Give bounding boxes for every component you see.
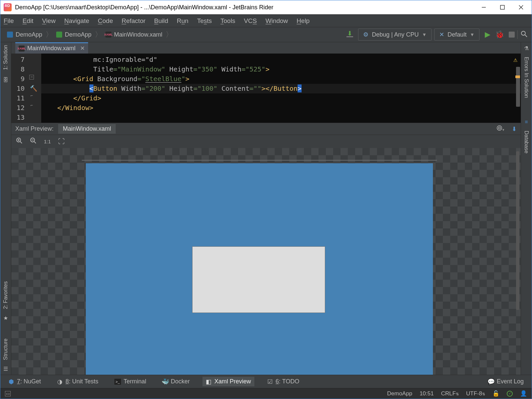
solution-icon [7, 32, 13, 38]
stop-button[interactable] [509, 32, 515, 38]
menu-code[interactable]: Code [98, 17, 113, 25]
build-indicator-icon[interactable]: 🔨 [30, 85, 37, 92]
rider-logo-icon: RD [4, 3, 12, 11]
fold-handle-icon[interactable]: − [29, 75, 34, 79]
code-area[interactable]: mc:Ignorable="d" Title="MainWindow" Heig… [41, 54, 521, 123]
status-line-ending[interactable]: CRLF⇅ [441, 390, 459, 397]
window-title: DemoApp [C:\Users\maart\Desktop\DemoApp]… [15, 4, 273, 11]
preview-scrollbar[interactable] [516, 151, 519, 310]
chevron-right-icon: 〉 [95, 30, 102, 40]
xaml-file-icon: XAML [105, 32, 111, 38]
project-icon [56, 32, 62, 38]
svg-rect-1 [500, 5, 504, 9]
status-ok-icon[interactable]: ✓ [507, 391, 513, 397]
preview-settings-button[interactable]: ▾ [496, 125, 504, 133]
nuget-icon: ⬢ [8, 379, 14, 385]
database-icon[interactable]: ≡ [523, 119, 530, 125]
memory-indicator-icon[interactable]: 👤 [520, 390, 527, 397]
menu-bar: File Edit View Navigate Code Refactor Bu… [0, 14, 532, 27]
preview-label: Xaml Preview: [15, 125, 54, 132]
menu-refactor[interactable]: Refactor [122, 17, 146, 25]
breadcrumb-solution[interactable]: DemoApp [4, 29, 45, 40]
target-icon: ✕ [439, 31, 444, 38]
tab-label: MainWindow.xaml [27, 45, 75, 52]
target-label: Default [448, 31, 466, 38]
status-indicator-icon[interactable]: ▭ [5, 391, 11, 396]
menu-tests[interactable]: Tests [197, 17, 212, 25]
search-button[interactable] [520, 30, 528, 39]
zoom-reset-button[interactable]: 1:1 [44, 139, 51, 144]
run-configuration-selector[interactable]: ⚙ Debug | Any CPU ▼ [358, 29, 432, 41]
menu-file[interactable]: File [4, 17, 14, 25]
close-tab-button[interactable]: ✕ [80, 45, 85, 52]
debug-button[interactable]: 🐞 [495, 30, 504, 39]
tool-xaml-preview[interactable]: ◧ Xaml Preview [202, 377, 254, 386]
svg-point-4 [521, 31, 525, 35]
breadcrumb-label: DemoApp [65, 31, 91, 38]
tool-event-log[interactable]: 💬 Event Log [485, 377, 527, 386]
tool-terminal[interactable]: >_ Terminal [111, 377, 150, 386]
tool-database[interactable]: Database [523, 131, 529, 154]
left-tool-strip: 1: Solution 🗄 2: Favorites ★ Structure ☰ [0, 42, 11, 375]
flask-icon[interactable]: ⚗ [523, 45, 530, 52]
breadcrumb-project[interactable]: DemoApp [54, 29, 94, 40]
terminal-icon: >_ [114, 379, 121, 385]
tool-solution[interactable]: 1: Solution [3, 45, 9, 70]
window-maximize-button[interactable] [493, 0, 512, 14]
structure-icon[interactable]: ☰ [2, 365, 9, 372]
design-button-element[interactable] [192, 246, 325, 313]
star-icon[interactable]: ★ [2, 315, 9, 321]
tool-favorites[interactable]: 2: Favorites [3, 281, 9, 309]
build-download-icon[interactable]: ⬇ [346, 31, 353, 38]
menu-help[interactable]: Help [297, 17, 310, 25]
solution-tool-icon[interactable]: 🗄 [2, 77, 9, 83]
bottom-tool-bar: ⬢ 7: NuGet ◑ 8: Unit Tests >_ Terminal 🐳… [0, 375, 532, 388]
menu-vcs[interactable]: VCS [244, 17, 257, 25]
navigation-bar: DemoApp 〉 DemoApp 〉 XAML MainWindow.xaml… [0, 27, 532, 42]
menu-run[interactable]: Run [177, 17, 189, 25]
editor-scrollbar[interactable] [516, 67, 520, 107]
preview-download-button[interactable]: ⬇ [512, 125, 517, 133]
menu-tools[interactable]: Tools [220, 17, 235, 25]
editor-tab[interactable]: XAML MainWindow.xaml ✕ [15, 42, 88, 54]
svg-point-7 [497, 126, 502, 130]
code-editor[interactable]: 78910111213 − ⌐ ⌐ mc:Ignorable="d" Title… [11, 54, 521, 123]
tool-nuget[interactable]: ⬢ 7: NuGet [5, 377, 44, 386]
readonly-toggle-icon[interactable]: 🔓 [492, 390, 499, 397]
status-bar: ▭ DemoApp 10:51 CRLF⇅ UTF-8⇅ 🔓 ✓ 👤 [0, 388, 532, 399]
status-context[interactable]: DemoApp [387, 390, 412, 397]
menu-build[interactable]: Build [154, 17, 168, 25]
window-minimize-button[interactable] [474, 0, 493, 14]
svg-point-6 [498, 127, 500, 129]
status-encoding[interactable]: UTF-8⇅ [466, 390, 485, 397]
tool-structure[interactable]: Structure [3, 338, 9, 360]
tool-unit-tests[interactable]: ◑ 8: Unit Tests [54, 377, 102, 386]
error-stripe-marker[interactable] [515, 75, 520, 78]
xaml-file-icon: XAML [19, 46, 25, 52]
warning-indicator-icon[interactable]: ⚠ [513, 56, 517, 64]
target-selector[interactable]: ✕ Default ▼ [434, 29, 479, 41]
window-titlebar: RD DemoApp [C:\Users\maart\Desktop\DemoA… [0, 0, 532, 14]
preview-toolbar: 1:1 ⛶ [11, 135, 521, 148]
menu-view[interactable]: View [42, 17, 56, 25]
menu-navigate[interactable]: Navigate [64, 17, 89, 25]
docker-icon: 🐳 [162, 379, 168, 385]
window-close-button[interactable] [512, 0, 530, 14]
xaml-preview-canvas[interactable] [11, 148, 521, 375]
preview-file-tab[interactable]: MainWindow.xaml [58, 124, 116, 134]
tool-docker[interactable]: 🐳 Docker [159, 377, 193, 386]
fold-end-icon: ⌐ [29, 104, 34, 108]
menu-window[interactable]: Window [266, 17, 288, 25]
design-surface[interactable] [86, 163, 433, 375]
svg-line-9 [20, 142, 22, 143]
status-cursor[interactable]: 10:51 [420, 390, 434, 397]
breadcrumb-file[interactable]: XAML MainWindow.xaml [103, 29, 165, 40]
zoom-out-button[interactable] [30, 137, 37, 146]
tool-todo[interactable]: ☑ 6: TODO [264, 377, 303, 386]
fold-end-icon: ⌐ [29, 94, 34, 99]
fit-screen-button[interactable]: ⛶ [58, 138, 65, 145]
zoom-in-button[interactable] [16, 137, 23, 146]
menu-edit[interactable]: Edit [23, 17, 34, 25]
run-button[interactable]: ▶ [485, 30, 490, 39]
tool-errors[interactable]: Errors In Solution [523, 57, 529, 98]
